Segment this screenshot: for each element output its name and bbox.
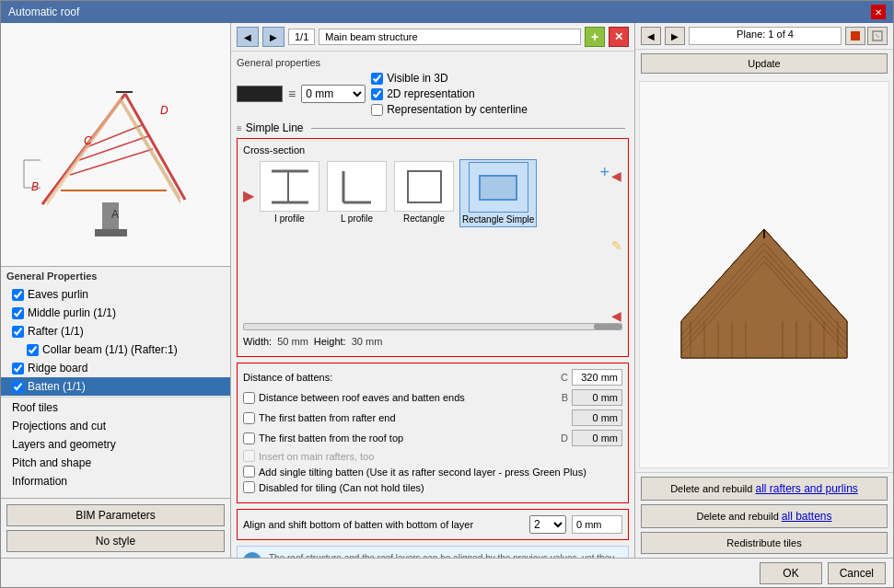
- rafter-checkbox[interactable]: [12, 326, 24, 338]
- profile-i[interactable]: I profile: [258, 159, 321, 227]
- ridge-board-label: Ridge board: [28, 362, 87, 375]
- profile-rect-simple[interactable]: Rectangle Simple: [459, 159, 537, 227]
- cs-add-button[interactable]: +: [599, 163, 610, 182]
- profile-l-img: [327, 161, 387, 212]
- cross-section-area: Cross-section ▶: [237, 138, 629, 357]
- eaves-purlin-checkbox[interactable]: [12, 289, 24, 301]
- simple-line-label: Simple Line: [246, 121, 304, 134]
- mm-select[interactable]: 0 mm: [301, 85, 366, 103]
- insert-main-checkbox[interactable]: [243, 450, 255, 462]
- rep-2d-row: 2D representation: [371, 87, 528, 100]
- ridge-board-checkbox[interactable]: [12, 363, 24, 375]
- cs-right-arrows: ◀ ✎ ◀: [611, 168, 622, 323]
- roof-diagram-svg: B A C D: [15, 39, 217, 250]
- svg-text:B: B: [31, 180, 39, 193]
- single-tilt-label: Add single tilting batten (Use it as raf…: [259, 467, 622, 478]
- material-icon-1[interactable]: [845, 27, 865, 45]
- next-beam-button[interactable]: ▶: [262, 27, 284, 47]
- roof-3d-preview: [639, 81, 889, 468]
- delete-rafters-button[interactable]: Delete and rebuild all rafters and purli…: [641, 477, 888, 501]
- align-section: Align and shift bottom of batten with bo…: [237, 509, 629, 540]
- tree-item-projections[interactable]: Projections and cut: [1, 417, 230, 435]
- align-select[interactable]: 2 1 3: [529, 515, 566, 534]
- right-toolbar: ◀ ▶ Plane: 1 of 4: [635, 23, 893, 50]
- tree-item-roof-tiles[interactable]: Roof tiles: [1, 398, 230, 417]
- dist-eaves-checkbox[interactable]: [243, 392, 255, 404]
- profile-l[interactable]: L profile: [325, 159, 389, 227]
- delete-battens-button[interactable]: Delete and rebuild all battens: [641, 504, 888, 528]
- cs-right-arrow-1[interactable]: ◀: [611, 168, 622, 183]
- prev-beam-button[interactable]: ◀: [237, 27, 259, 47]
- svg-text:D: D: [160, 104, 168, 117]
- batten-params: Distance of battens: C Distance between …: [237, 363, 629, 503]
- layers-label: Layers and geometry: [12, 438, 116, 451]
- batten-label: Batten (1/1): [28, 380, 86, 393]
- tree-item-eaves-purlin[interactable]: Eaves purlin: [1, 285, 230, 304]
- visible-3d-row: Visible in 3D: [371, 72, 528, 85]
- information-label: Information: [12, 475, 67, 488]
- middle-purlin-checkbox[interactable]: [12, 307, 24, 319]
- tree-item-batten[interactable]: Batten (1/1): [1, 377, 230, 396]
- tree-panel: General Properties Eaves purlin Middle p…: [1, 267, 230, 498]
- distance-letter: C: [561, 372, 568, 383]
- first-rafter-input[interactable]: [572, 409, 622, 426]
- update-button[interactable]: Update: [641, 53, 888, 74]
- simple-line-row: ≡ Simple Line: [237, 121, 629, 134]
- add-beam-button[interactable]: +: [585, 27, 605, 47]
- right-next-button[interactable]: ▶: [665, 27, 685, 45]
- first-top-row: The first batten from the roof top D: [243, 430, 622, 446]
- no-style-button[interactable]: No style: [6, 530, 225, 552]
- cancel-button[interactable]: Cancel: [828, 562, 886, 584]
- cs-profiles: I profile L profile: [258, 159, 596, 227]
- rep-2d-checkbox[interactable]: [371, 88, 383, 100]
- single-tilt-checkbox[interactable]: [243, 466, 255, 478]
- rect-simple-label: Rectangle Simple: [462, 214, 534, 225]
- right-action-buttons: Delete and rebuild all rafters and purli…: [635, 472, 893, 558]
- ok-button[interactable]: OK: [760, 562, 821, 584]
- cs-content: ▶: [243, 159, 622, 323]
- batten-checkbox[interactable]: [12, 381, 24, 393]
- align-value-input[interactable]: [572, 515, 622, 534]
- tree-item-ridge-board[interactable]: Ridge board: [1, 359, 230, 377]
- tree-item-collar-beam[interactable]: Collar beam (1/1) (Rafter:1): [1, 340, 230, 359]
- cs-pencil-icon[interactable]: ✎: [611, 238, 622, 253]
- left-panel: B A C D Ge: [1, 23, 231, 558]
- svg-text:C: C: [84, 134, 92, 147]
- delete-beam-button[interactable]: ✕: [609, 27, 629, 47]
- cs-scrollbar[interactable]: [243, 323, 622, 330]
- dist-eaves-input[interactable]: [572, 389, 622, 406]
- rep-centerline-checkbox[interactable]: [371, 104, 383, 116]
- cs-side-buttons: +: [599, 163, 610, 182]
- general-props-row: ≡ 0 mm Visible in 3D 2D representation: [237, 72, 629, 116]
- roof-3d-svg: [654, 137, 875, 413]
- distance-value-input[interactable]: [572, 369, 622, 386]
- profile-rect[interactable]: Rectangle: [392, 159, 456, 227]
- redistribute-button[interactable]: Redistribute tiles: [641, 532, 888, 554]
- cs-right-arrow-2[interactable]: ◀: [611, 308, 622, 323]
- first-rafter-checkbox[interactable]: [243, 412, 255, 424]
- props-area: General properties ≡ 0 mm Visible in 3D: [231, 52, 634, 558]
- first-rafter-label: The first batten from rafter end: [259, 412, 572, 423]
- bim-parameters-button[interactable]: BIM Parameters: [6, 504, 225, 526]
- disabled-tiling-checkbox[interactable]: [243, 481, 255, 493]
- center-panel: ◀ ▶ 1/1 Main beam structure + ✕ General …: [231, 23, 635, 558]
- bottom-buttons: BIM Parameters No style: [1, 498, 230, 558]
- tree-item-rafter[interactable]: Rafter (1/1): [1, 322, 230, 340]
- bottom-bar: OK Cancel: [1, 558, 893, 587]
- rafter-label: Rafter (1/1): [28, 325, 84, 338]
- cs-left-arrow[interactable]: ▶: [243, 187, 254, 204]
- color-picker[interactable]: [237, 86, 283, 102]
- tree-item-middle-purlin[interactable]: Middle purlin (1/1): [1, 304, 230, 322]
- first-top-checkbox[interactable]: [243, 432, 255, 444]
- dist-eaves-label: Distance between roof eaves and batten e…: [259, 392, 562, 403]
- tree-item-pitch[interactable]: Pitch and shape: [1, 454, 230, 472]
- tree-item-layers[interactable]: Layers and geometry: [1, 435, 230, 454]
- tree-item-information[interactable]: Information: [1, 472, 230, 490]
- beam-name-field[interactable]: Main beam structure: [319, 29, 581, 45]
- collar-beam-checkbox[interactable]: [27, 344, 39, 356]
- visible-3d-checkbox[interactable]: [371, 73, 383, 85]
- material-icon-2[interactable]: [867, 27, 888, 45]
- close-button[interactable]: ✕: [871, 5, 886, 19]
- first-top-input[interactable]: [572, 430, 622, 446]
- right-prev-button[interactable]: ◀: [641, 27, 661, 45]
